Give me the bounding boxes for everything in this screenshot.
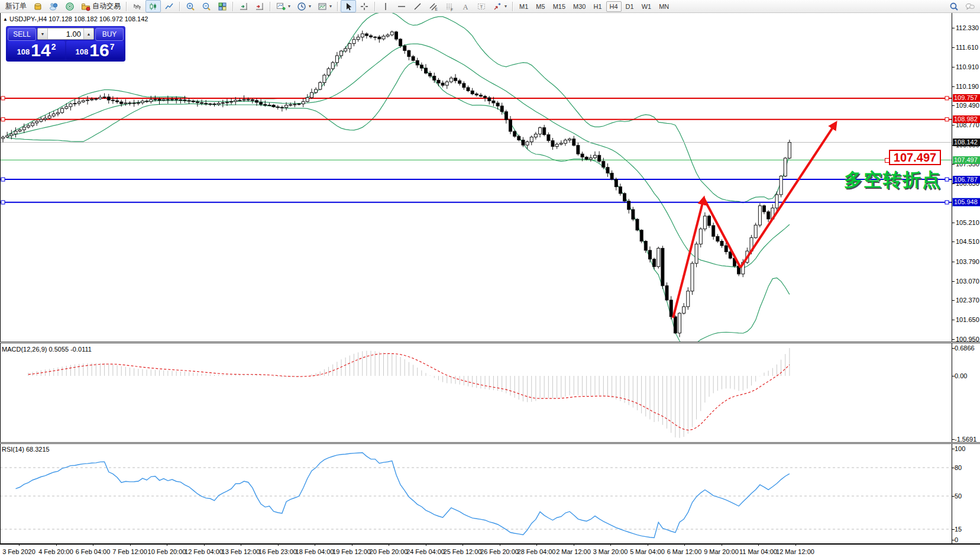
macd-tick-label: 0.6866 — [955, 344, 975, 352]
price-tick — [952, 320, 955, 320]
periods-button[interactable]: ▾ — [294, 0, 314, 12]
crosshair-button[interactable] — [357, 0, 372, 12]
label-button[interactable]: T — [474, 0, 489, 12]
channel-button[interactable]: E — [426, 0, 441, 12]
timeframe-m30[interactable]: M30 — [570, 1, 589, 12]
timeframe-h1-label: H1 — [593, 3, 601, 10]
toolbar-separator — [179, 2, 180, 11]
trend-arrow-segment[interactable] — [704, 198, 740, 268]
timeframe-h4[interactable]: H4 — [606, 1, 622, 12]
autotrading-button[interactable]: 自动交易 — [78, 0, 124, 12]
price-tick — [952, 339, 955, 340]
macd-indicator-label: MACD(12,26,9) 0.5055 -0.0111 — [2, 346, 92, 353]
line-handle[interactable] — [1, 118, 5, 121]
signals-button[interactable] — [62, 0, 77, 12]
templates-button[interactable]: ▾ — [315, 0, 335, 12]
line-handle[interactable] — [1, 201, 5, 204]
time-label: 24 Feb 04:00 — [399, 548, 452, 555]
line-handle[interactable] — [945, 178, 949, 181]
price-axis-border — [952, 13, 952, 544]
line-handle[interactable] — [1, 178, 5, 181]
chart-ohlc-line: ▲ USDJPY-,H4 107.128 108.182 106.972 108… — [3, 15, 148, 22]
volume-value[interactable]: 1.00 — [48, 28, 83, 39]
tile-windows-button[interactable] — [215, 0, 230, 12]
timeframe-w1-label: W1 — [642, 3, 652, 10]
line-handle[interactable] — [945, 118, 949, 121]
auto-scroll-button[interactable] — [236, 0, 251, 12]
autotrading-icon — [81, 2, 90, 11]
horizontal-line-icon — [397, 2, 406, 11]
cursor-button[interactable] — [341, 0, 356, 12]
timeframe-m15[interactable]: M15 — [549, 1, 569, 12]
dropdown-caret-icon[interactable]: ▾ — [288, 4, 290, 9]
rsi-tick — [952, 449, 955, 449]
line-handle[interactable] — [1, 96, 5, 100]
buy-price[interactable]: 108167 — [66, 41, 124, 60]
text-button[interactable]: A — [458, 0, 473, 12]
signals-icon — [65, 2, 75, 11]
buy-button[interactable]: BUY — [95, 28, 124, 41]
chinese-annotation[interactable]: 多空转折点 — [844, 168, 942, 192]
toolbar: 新订单自动交易▾▾▾EFAT▾M1M5M15M30H1H4D1W1MN — [0, 0, 980, 13]
chat-button[interactable] — [962, 0, 978, 12]
search-button[interactable] — [946, 0, 962, 12]
bar-chart-mode-icon — [132, 2, 142, 11]
vertical-line-button[interactable] — [378, 0, 393, 12]
timeframe-h1[interactable]: H1 — [590, 1, 605, 12]
chart-shift-button[interactable] — [252, 0, 267, 12]
price-tick-label: 107.350 — [956, 160, 979, 168]
rsi-tick-label: 15 — [955, 526, 962, 533]
bar-chart-mode-button[interactable] — [130, 0, 145, 12]
horizontal-line-button[interactable] — [394, 0, 409, 12]
price-tick-label: 103.070 — [956, 278, 979, 285]
history-center-button[interactable] — [30, 0, 46, 12]
new-order-button[interactable]: 新订单 — [2, 0, 30, 12]
timeframe-m5[interactable]: M5 — [532, 1, 548, 12]
dropdown-caret-icon[interactable]: ▾ — [504, 4, 507, 9]
community-button[interactable] — [46, 0, 62, 12]
fibonacci-button[interactable]: F — [442, 0, 457, 12]
sell-price[interactable]: 108142 — [8, 41, 65, 60]
line-handle[interactable] — [945, 201, 949, 204]
volume-decrease-button[interactable]: ▼ — [38, 28, 48, 39]
timeframe-m1-label: M1 — [519, 3, 528, 10]
toolbar-separator — [126, 2, 127, 11]
time-label: 3 Feb 2020 — [0, 548, 46, 555]
price-callout-anchor[interactable] — [885, 158, 890, 163]
symbol-period-label: USDJPY-,H4 — [9, 15, 47, 22]
zoom-in-icon — [186, 2, 195, 11]
rsi-line — [16, 453, 790, 538]
zoom-in-button[interactable] — [183, 0, 198, 12]
sell-button[interactable]: SELL — [8, 28, 36, 41]
rsi-tick — [952, 540, 955, 540]
macd-pane-splitter[interactable] — [0, 342, 980, 343]
zoom-out-button[interactable] — [199, 0, 214, 12]
arrows-button[interactable]: ▾ — [490, 0, 510, 12]
timeframe-mn[interactable]: MN — [655, 1, 672, 12]
line-chart-mode-button[interactable] — [161, 0, 177, 12]
rsi-tick — [952, 496, 955, 497]
timeframe-w1[interactable]: W1 — [638, 1, 655, 12]
buy-price-big: 16 — [89, 42, 109, 59]
sell-price-handle: 108 — [17, 47, 30, 56]
dropdown-caret-icon[interactable]: ▾ — [309, 4, 311, 9]
ohlc-values: 107.128 108.182 106.972 108.142 — [48, 15, 148, 22]
channel-icon: E — [429, 2, 438, 11]
arrows-icon — [493, 2, 502, 11]
price-tick-label: 110.910 — [956, 63, 979, 70]
rsi-pane-splitter[interactable] — [0, 442, 980, 444]
candlestick-mode-button[interactable] — [145, 0, 161, 12]
dropdown-caret-icon[interactable]: ▾ — [329, 4, 332, 9]
price-tick — [952, 223, 955, 223]
timeframe-m1[interactable]: M1 — [516, 1, 532, 12]
toolbar-separator — [270, 2, 271, 11]
macd-tick — [952, 439, 955, 440]
line-handle[interactable] — [945, 96, 949, 100]
add-indicator-button[interactable]: ▾ — [273, 0, 293, 12]
price-callout[interactable]: 107.497 — [889, 150, 941, 165]
collapse-icon[interactable]: ▲ — [3, 17, 8, 22]
timeframe-d1[interactable]: D1 — [622, 1, 638, 12]
trend-line-button[interactable] — [410, 0, 425, 12]
volume-increase-button[interactable]: ▲ — [83, 28, 93, 39]
price-badge-108.982: 108.982 — [953, 115, 980, 123]
